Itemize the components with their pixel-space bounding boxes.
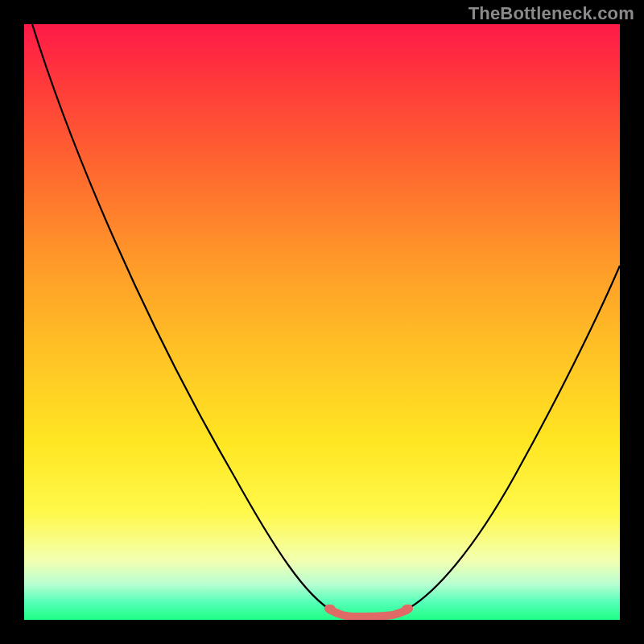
chart-frame: TheBottleneck.com [0, 0, 644, 644]
curve-trough-highlight [328, 609, 409, 617]
curve-right-branch [402, 266, 620, 612]
plot-area [24, 24, 620, 620]
trough-dot-left [326, 605, 336, 614]
watermark-text: TheBottleneck.com [469, 3, 634, 24]
bottleneck-curve [24, 24, 620, 620]
trough-dot-right [402, 605, 411, 614]
curve-left-branch [32, 24, 334, 612]
